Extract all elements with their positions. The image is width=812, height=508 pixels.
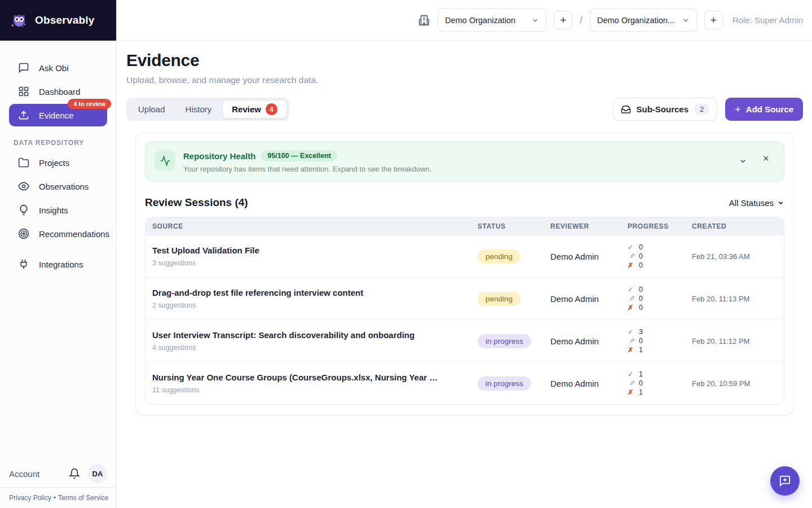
org-select-primary-value: Demo Organization <box>445 16 515 25</box>
chevron-down-icon <box>531 16 539 24</box>
add-source-button[interactable]: + Add Source <box>725 98 803 121</box>
status-filter-value: All Statuses <box>729 198 774 208</box>
status-badge: pending <box>478 292 520 306</box>
sidebar-item-observations[interactable]: Observations <box>9 175 107 198</box>
org-select-secondary[interactable]: Demo Organization... <box>590 8 697 32</box>
edited-count: 0 <box>639 337 643 345</box>
reject-icon: ✗ <box>628 346 635 354</box>
tab-bar: Upload History Review 4 <box>126 98 289 121</box>
sidebar-item-projects[interactable]: Projects <box>9 151 107 174</box>
reviewer-name: Demo Admin <box>550 379 628 388</box>
sub-sources-button[interactable]: Sub-Sources 2 <box>613 98 718 121</box>
table-row[interactable]: Test Upload Validation File 3 suggestion… <box>145 235 784 277</box>
reject-icon: ✗ <box>628 304 635 312</box>
created-date: Feb 21, 03:36 AM <box>692 252 777 261</box>
folder-icon <box>18 157 29 168</box>
eye-icon <box>18 181 29 192</box>
review-count-badge: 4 to review <box>68 99 111 109</box>
building-icon <box>418 14 430 27</box>
source-suggestions: 2 suggestions <box>152 301 478 309</box>
chevron-down-icon <box>682 16 690 24</box>
feedback-fab-button[interactable] <box>770 466 800 496</box>
account-label: Account <box>9 469 61 479</box>
sidebar-nav: Ask Obi Dashboard Evidence 4 to review D… <box>0 41 116 275</box>
edit-icon: ✎ <box>628 252 635 260</box>
expand-banner-button[interactable] <box>738 156 748 167</box>
sidebar-footer: Privacy Policy•Terms of Service <box>0 487 116 508</box>
close-icon <box>762 154 770 163</box>
privacy-policy-link[interactable]: Privacy Policy <box>9 494 51 502</box>
toolbar-actions: Sub-Sources 2 + Add Source <box>613 98 803 121</box>
rejected-count: 0 <box>639 304 643 312</box>
source-title: User Interview Transcript: Search discov… <box>152 330 478 340</box>
reviewer-name: Demo Admin <box>550 294 628 304</box>
column-progress: PROGRESS <box>628 222 692 230</box>
status-filter-dropdown[interactable]: All Statuses <box>729 198 784 208</box>
health-icon-box <box>155 150 175 171</box>
created-date: Feb 20, 10:59 PM <box>692 379 777 388</box>
sidebar: Observably Ask Obi Dashboard Evidence 4 … <box>0 0 117 508</box>
source-title: Drag-and-drop test file referencing inte… <box>152 288 478 297</box>
status-badge: in progress <box>478 334 531 348</box>
rejected-count: 1 <box>639 388 643 396</box>
sidebar-item-label: Dashboard <box>39 87 80 97</box>
owl-logo-icon <box>9 10 29 30</box>
source-suggestions: 11 suggestions <box>152 386 478 394</box>
reviewer-name: Demo Admin <box>550 252 628 261</box>
terms-link[interactable]: Terms of Service <box>58 494 108 502</box>
repository-health-banner: Repository Health 95/100 — Excellent You… <box>145 142 784 182</box>
rejected-count: 0 <box>639 261 643 269</box>
page-subtitle: Upload, browse, and manage your research… <box>126 75 803 85</box>
progress-cell: ✓1 ✎0 ✗1 <box>628 370 692 396</box>
chat-icon <box>18 62 29 73</box>
top-header: Demo Organization + / Demo Organization.… <box>117 0 812 41</box>
sidebar-item-evidence[interactable]: Evidence 4 to review <box>9 104 107 126</box>
sidebar-item-integrations[interactable]: Integrations <box>9 253 107 275</box>
check-icon: ✓ <box>628 286 635 294</box>
upload-icon <box>18 110 29 121</box>
chevron-down-icon <box>777 199 784 207</box>
edit-icon: ✎ <box>628 379 635 387</box>
source-title: Test Upload Validation File <box>152 246 478 255</box>
sidebar-item-insights[interactable]: Insights <box>9 199 107 221</box>
org-separator: / <box>580 15 582 26</box>
tab-history[interactable]: History <box>176 100 222 119</box>
chat-plus-icon <box>779 475 791 487</box>
sidebar-item-label: Ask Obi <box>39 63 69 73</box>
tab-label: Upload <box>138 104 165 114</box>
tab-upload[interactable]: Upload <box>129 100 175 119</box>
page-title: Evidence <box>126 51 803 70</box>
close-banner-button[interactable] <box>761 153 771 164</box>
sidebar-item-ask-obi[interactable]: Ask Obi <box>9 56 107 79</box>
account-row: Account DA <box>0 464 116 483</box>
source-suggestions: 3 suggestions <box>152 259 478 267</box>
tab-review[interactable]: Review 4 <box>222 100 287 119</box>
progress-cell: ✓0 ✎0 ✗0 <box>628 243 692 269</box>
sidebar-item-recommendations[interactable]: Recommendations <box>9 222 107 245</box>
column-created: CREATED <box>692 222 777 230</box>
plug-icon <box>18 259 29 270</box>
progress-cell: ✓0 ✎0 ✗0 <box>628 286 692 312</box>
source-cell: Test Upload Validation File 3 suggestion… <box>152 246 478 267</box>
approved-count: 3 <box>639 328 643 336</box>
sub-sources-count: 2 <box>694 103 709 115</box>
org-select-primary[interactable]: Demo Organization <box>438 8 546 32</box>
edited-count: 0 <box>639 295 643 303</box>
table-row[interactable]: Nursing Year One Course Groups (CourseGr… <box>145 362 784 404</box>
sessions-title: Review Sessions (4) <box>145 196 248 209</box>
table-row[interactable]: Drag-and-drop test file referencing inte… <box>145 277 784 319</box>
avatar[interactable]: DA <box>88 464 107 483</box>
bell-icon[interactable] <box>69 468 80 479</box>
tab-label: History <box>186 104 212 114</box>
add-workspace-button[interactable]: + <box>704 11 723 29</box>
add-org-button[interactable]: + <box>554 11 572 29</box>
sidebar-item-label: Projects <box>39 158 69 168</box>
tab-label: Review <box>232 104 261 114</box>
role-label: Role: Super Admin <box>732 15 803 25</box>
approved-count: 0 <box>639 243 643 251</box>
sub-sources-label: Sub-Sources <box>637 104 689 114</box>
sidebar-section-label: DATA REPOSITORY <box>14 139 116 147</box>
approved-count: 0 <box>639 286 643 294</box>
sidebar-item-label: Insights <box>39 205 68 215</box>
table-row[interactable]: User Interview Transcript: Search discov… <box>145 319 784 362</box>
